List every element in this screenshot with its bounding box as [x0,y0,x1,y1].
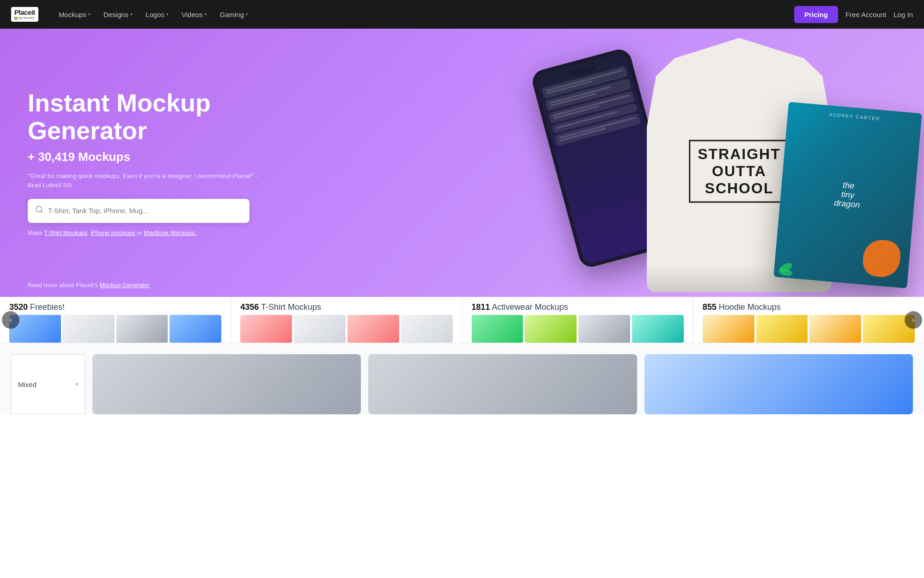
logo-subtext: by envato [14,16,35,20]
nav-links: Mockups ▾ Designs ▾ Logos ▾ Videos ▾ Gam… [53,7,794,22]
svg-line-1 [41,211,42,213]
bottom-cards [92,354,913,414]
tshirt-mockups-link[interactable]: T-Shirt Mockups [44,229,87,236]
search-icon [35,205,43,216]
stats-section: ‹ 3520 Freebies!4356 T-Shirt Mockups1811… [0,297,924,343]
leaves-illustration [778,264,793,274]
bottom-card-1[interactable] [92,354,361,414]
nav-item-logos[interactable]: Logos ▾ [140,7,174,22]
mockup-generator-link[interactable]: Mockup Generator [100,282,150,289]
hero-subtitle: + 30,419 Mockups [28,150,268,164]
nav-item-designs[interactable]: Designs ▾ [98,7,138,22]
hoodie-text: STRAIGHT OUTTA SCHOOL [689,140,790,203]
carousel-next-button[interactable]: › [905,311,922,329]
envato-dot [14,17,18,20]
logo-text: Placeit [14,9,35,16]
carousel-prev-button[interactable]: ‹ [2,311,19,329]
search-input[interactable] [48,207,242,215]
stat-item-0[interactable]: 3520 Freebies! [0,297,231,343]
nav-right: Pricing Free Account Log In [794,6,913,23]
filter-label: Mixed [18,381,36,388]
dragon-illustration [862,239,902,279]
hero-content: Instant Mockup Generator + 30,419 Mockup… [28,89,268,236]
stat-item-1[interactable]: 4356 T-Shirt Mockups [231,297,462,343]
nav-item-gaming[interactable]: Gaming ▾ [214,7,254,22]
book-mockup: AUDREY CARTER THE TINY DRAGON [773,102,922,289]
hero-read-more: Read more about Placeit's Mockup Generat… [28,282,149,289]
nav-item-videos[interactable]: Videos ▾ [176,7,213,22]
login-link[interactable]: Log In [894,11,913,18]
stat-item-2[interactable]: 1811 Activewear Mockups [462,297,693,343]
iphone-mockups-link[interactable]: iPhone mockups [91,229,135,236]
chevron-down-icon: ▾ [130,12,133,17]
free-account-link[interactable]: Free Account [845,11,886,18]
nav-item-mockups[interactable]: Mockups ▾ [53,7,96,22]
filter-dropdown[interactable]: Mixed ▾ [11,354,85,414]
bottom-section: Mixed ▾ [0,343,924,414]
hero-title: Instant Mockup Generator [28,89,268,144]
chevron-down-icon: ▾ [246,12,248,17]
bottom-card-3[interactable] [644,354,913,414]
macbook-mockups-link[interactable]: MacBook Mockups. [144,229,196,236]
pricing-button[interactable]: Pricing [794,6,838,23]
navbar: Placeit by envato Mockups ▾ Designs ▾ Lo… [0,0,924,29]
logo[interactable]: Placeit by envato [11,7,38,22]
hero-section: Instant Mockup Generator + 30,419 Mockup… [0,29,924,297]
chevron-down-icon: ▾ [88,12,91,17]
book-title: THE TINY DRAGON [833,180,862,210]
stat-item-3[interactable]: 855 Hoodie Mockups [693,297,924,343]
filter-chevron-icon: ▾ [75,381,78,387]
search-bar[interactable] [28,199,249,223]
stats-row: 3520 Freebies!4356 T-Shirt Mockups1811 A… [0,297,924,343]
bottom-card-2[interactable] [368,354,637,414]
hero-images: STRAIGHT OUTTA SCHOOL AUDREY CARTER THE … [508,29,924,297]
chevron-down-icon: ▾ [166,12,169,17]
chevron-down-icon: ▾ [205,12,207,17]
hero-quote: "Great for making quick mockups. Even if… [28,172,268,191]
hero-quick-links: Make T-Shirt Mockups, iPhone mockups or … [28,229,268,236]
